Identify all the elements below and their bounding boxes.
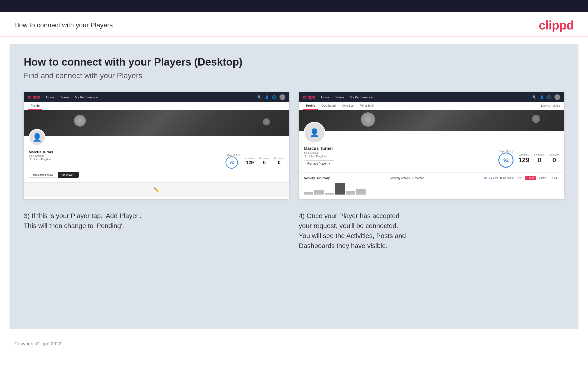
screenshot-left: clippd Home Teams My Performance 🔍 👤 🌐 P… <box>24 92 289 199</box>
top-bar <box>0 0 588 12</box>
right-activities-stat: Activities 129 <box>518 154 529 164</box>
globe-icon[interactable]: 🌐 <box>272 95 276 99</box>
followers-label: Followers <box>259 157 269 160</box>
chart-bar <box>346 191 355 195</box>
desc-right-text: 4) Once your Player has acceptedyour req… <box>299 211 564 251</box>
right-player-name: Marcus Turner <box>304 146 342 151</box>
right-stats-row: Player Quality 92 Activities 129 Followe… <box>498 150 559 168</box>
right-app-logo: clippd <box>303 95 315 100</box>
desc-right: 4) Once your Player has acceptedyour req… <box>299 211 564 251</box>
desc-left: 3) If this is your Player tap, 'Add Play… <box>24 211 289 251</box>
right-nav-home[interactable]: Home <box>321 95 329 99</box>
left-tab-bar: Profile <box>24 102 289 110</box>
time-3mths-button[interactable]: 3 mths <box>537 176 548 180</box>
main-content: How to connect with your Players (Deskto… <box>9 44 579 329</box>
right-quality-stat: Player Quality 92 <box>498 150 514 168</box>
left-profile-actions: Request to Follow Add Player + <box>29 172 284 178</box>
right-nav-icons: 🔍 👤 🌐 <box>532 94 560 100</box>
right-nav-performance[interactable]: My Performance <box>350 95 372 99</box>
page-footer: Copyright Clippd 2022 <box>0 336 588 351</box>
chart-bar <box>304 192 313 195</box>
left-player-location: 📍 United Kingdom <box>29 158 53 161</box>
add-player-button[interactable]: Add Player + <box>58 172 79 178</box>
quality-label: Player Quality <box>225 154 240 156</box>
close-icon: ✕ <box>328 162 331 165</box>
right-quality-circle: 92 <box>498 152 514 168</box>
legend-off-course: Off course <box>500 177 514 179</box>
time-1yr-button[interactable]: 1 yr <box>516 176 523 180</box>
left-stats-row: Player Quality 92 Activities 129 Followe… <box>225 154 284 169</box>
left-nav-icons: 🔍 👤 🌐 <box>257 94 285 100</box>
activity-summary: Activity Summary Monthly Activity · 6 Mo… <box>299 172 564 199</box>
avatar[interactable] <box>279 94 285 100</box>
left-activities-stat: Activities 129 <box>245 157 254 165</box>
following-label: Following <box>274 157 284 160</box>
user-icon[interactable]: 👤 <box>265 95 269 99</box>
golf-banner-right <box>299 110 564 131</box>
tab-what-to-on[interactable]: What To On <box>357 102 379 110</box>
remove-player-button[interactable]: Remove Player ✕ <box>304 160 334 167</box>
activity-period: Monthly Activity · 6 Months <box>390 176 424 180</box>
right-player-info: Marcus Turner 1-5 Handicap 📍 United King… <box>304 146 342 167</box>
left-player-handicap: 1-5 Handicap <box>29 154 53 157</box>
location-icon-right: 📍 <box>304 155 307 158</box>
quality-circle: 92 <box>225 156 238 169</box>
tab-dashboard[interactable]: Dashboard <box>318 102 339 110</box>
tab-activities[interactable]: Activities <box>339 102 357 110</box>
activity-controls: On course Off course 1 yr 6 mths 3 mths … <box>484 176 559 180</box>
search-icon[interactable]: 🔍 <box>257 95 261 99</box>
screenshots-row: clippd Home Teams My Performance 🔍 👤 🌐 P… <box>24 92 564 199</box>
right-following-label: Following <box>549 154 559 156</box>
descriptions-row: 3) If this is your Player tap, 'Add Play… <box>24 211 564 251</box>
activities-value: 129 <box>245 160 254 165</box>
search-icon-right[interactable]: 🔍 <box>532 95 536 99</box>
chart-bar <box>325 193 334 195</box>
scroll-icon: ✏️ <box>154 187 160 193</box>
left-navbar: clippd Home Teams My Performance 🔍 👤 🌐 <box>24 92 289 102</box>
right-profile-info: 👤 Marcus Turner 1-5 Handicap 📍 United Ki… <box>299 131 564 172</box>
followers-value: 0 <box>259 160 269 165</box>
chart-bar-active <box>335 183 345 195</box>
left-profile-info: 👤 Marcus Turner 1-5 Handicap 📍 United Ki… <box>24 136 289 183</box>
right-player-handicap: 1-5 Handicap <box>304 151 342 154</box>
chart-bar <box>356 189 366 195</box>
right-following-stat: Following 0 <box>549 154 559 164</box>
user-icon-right[interactable]: 👤 <box>540 95 544 99</box>
right-nav-teams[interactable]: Teams <box>335 95 344 99</box>
left-quality-stat: Player Quality 92 <box>225 154 240 169</box>
right-quality-label: Player Quality <box>498 150 514 152</box>
tab-profile-right[interactable]: Profile <box>303 102 318 110</box>
legend-on-course: On course <box>484 177 498 179</box>
left-player-info: Marcus Turner 1-5 Handicap 📍 United King… <box>29 150 53 161</box>
left-nav-performance[interactable]: My Performance <box>75 95 97 99</box>
request-follow-button[interactable]: Request to Follow <box>29 172 56 178</box>
right-tab-bar: Profile Dashboard Activities What To On … <box>299 102 564 110</box>
avatar-right[interactable] <box>554 94 560 100</box>
right-player-location: 📍 United Kingdom <box>304 155 342 158</box>
left-following-stat: Following 0 <box>274 157 284 165</box>
globe-icon-right[interactable]: 🌐 <box>547 95 551 99</box>
left-nav-home[interactable]: Home <box>46 95 54 99</box>
right-tabs: Profile Dashboard Activities What To On <box>303 102 379 110</box>
location-icon: 📍 <box>29 158 32 161</box>
on-course-dot <box>484 177 486 179</box>
right-following-value: 0 <box>549 156 559 164</box>
left-followers-stat: Followers 0 <box>259 157 269 165</box>
time-1mth-button[interactable]: 1 mth <box>550 176 559 180</box>
main-subheading: Find and connect with your Players <box>24 71 564 80</box>
right-followers-value: 0 <box>534 156 545 164</box>
left-nav-teams[interactable]: Teams <box>60 95 69 99</box>
activities-label: Activities <box>245 157 254 160</box>
right-activities-label: Activities <box>518 154 529 156</box>
tab-user-label: Marcus Turner ▾ <box>541 105 560 108</box>
page-title: How to connect with your Players <box>14 21 113 29</box>
copyright-text: Copyright Clippd 2022 <box>14 341 61 346</box>
time-6mths-button[interactable]: 6 mths <box>525 176 536 180</box>
tab-profile[interactable]: Profile <box>28 102 42 110</box>
left-app-logo: clippd <box>28 95 40 100</box>
chart-bar <box>314 190 324 195</box>
screenshot-right: clippd Home Teams My Performance 🔍 👤 🌐 P… <box>299 92 564 199</box>
right-avatar: 👤 <box>304 122 325 143</box>
activity-title: Activity Summary <box>304 176 330 180</box>
activity-header: Activity Summary Monthly Activity · 6 Mo… <box>304 176 559 180</box>
